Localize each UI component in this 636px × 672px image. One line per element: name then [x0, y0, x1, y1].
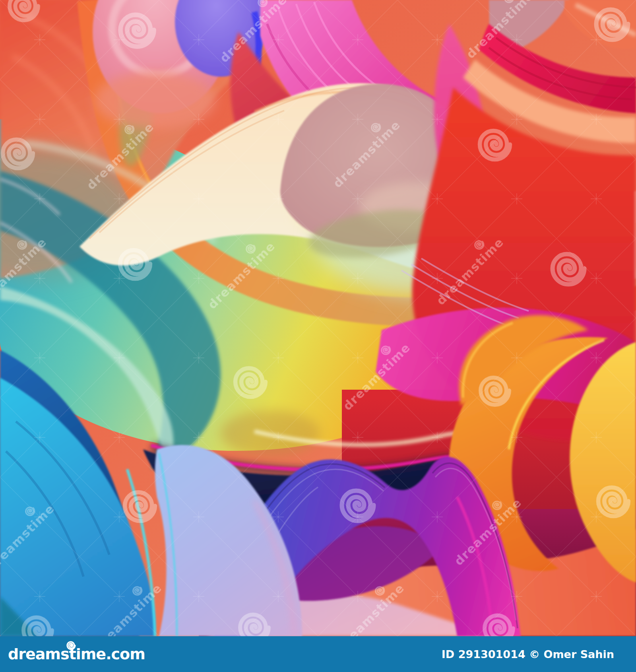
spiral-icon	[481, 378, 509, 405]
spiral-icon	[480, 131, 510, 159]
spiral-icon	[596, 10, 628, 40]
dreamstime-watermark	[0, 0, 636, 636]
spiral-icon	[3, 140, 33, 168]
spiral-icon	[66, 640, 76, 651]
spiral-icon	[125, 492, 155, 521]
spiral-icon	[598, 487, 628, 516]
spiral-icon	[342, 491, 374, 521]
watermark-footer-bar: dreamstime.com ID 291301014 © Omer Sahin	[0, 636, 636, 672]
spiral-icon	[120, 250, 150, 279]
spiral-icon	[235, 368, 266, 397]
stock-image-preview: dreamstime	[0, 0, 636, 672]
abstract-ribbons-artwork: dreamstime	[0, 0, 636, 636]
spiral-icon	[120, 15, 154, 47]
dreamstime-logo-text: dreamstime.com	[8, 647, 145, 662]
watermark-grid	[0, 0, 636, 636]
image-credit: ID 291301014 © Omer Sahin	[442, 648, 614, 660]
dreamstime-logo: dreamstime.com	[8, 647, 145, 662]
spiral-icon	[553, 254, 584, 284]
